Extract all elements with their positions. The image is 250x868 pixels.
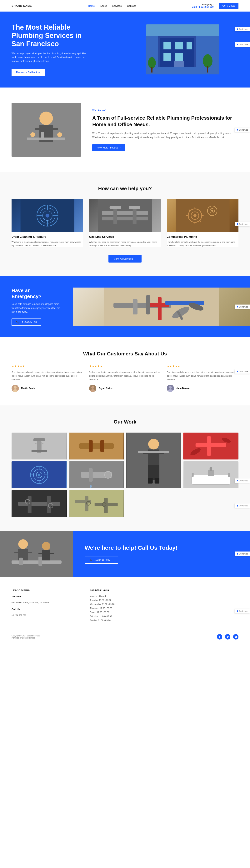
- svg-rect-8: [174, 61, 184, 67]
- instagram-icon[interactable]: [233, 634, 239, 640]
- svg-rect-20: [41, 132, 44, 141]
- twitter-icon[interactable]: [225, 634, 230, 640]
- svg-point-69: [169, 386, 172, 389]
- nav-right: Emergency? Call: +1 234 567 890 Get a Qu…: [192, 3, 239, 9]
- hero-building-image: [146, 24, 219, 74]
- footer-customize-badge[interactable]: Customize: [235, 609, 250, 613]
- work-heading: Our Work: [11, 419, 239, 425]
- emergency-customize-badge[interactable]: Customize: [235, 305, 250, 309]
- svg-rect-19: [27, 137, 65, 141]
- work-grid: [11, 433, 239, 517]
- svg-rect-89: [155, 478, 159, 484]
- know-more-button[interactable]: Know More About Us →: [92, 144, 125, 151]
- work-dot: [237, 480, 238, 482]
- work-image-8: [11, 490, 67, 517]
- svg-point-66: [91, 386, 94, 389]
- svg-point-21: [30, 132, 35, 137]
- hero-customize-badge-2[interactable]: Customize: [235, 42, 250, 47]
- svg-rect-17: [35, 128, 40, 130]
- svg-rect-139: [38, 557, 42, 566]
- svg-rect-7: [175, 53, 183, 61]
- svg-point-42: [193, 214, 196, 217]
- service-card-commercial: Commercial Plumbing From hotels to schoo…: [167, 199, 239, 247]
- cta-call-button[interactable]: 📞 +1 234 567 890 →: [85, 556, 118, 564]
- reviewer-1: Martin Foster: [11, 385, 83, 392]
- testimonial-text-2: Sed ut perspiciatis unde omnis iste natu…: [89, 370, 161, 381]
- nav-links: Home About Services Contact: [88, 4, 135, 7]
- testimonial-card-1: ★★★★★ Sed ut perspiciatis unde omnis ist…: [11, 365, 83, 392]
- svg-rect-137: [11, 560, 62, 564]
- footer-hours-list: Monday - Closed Tuesday: 11:00 - 09:00 W…: [90, 594, 160, 622]
- svg-rect-34: [102, 217, 148, 220]
- emergency-call-button[interactable]: 📞 +1 234 567 890: [11, 318, 41, 326]
- nav-services[interactable]: Services: [112, 4, 122, 7]
- svg-point-11: [203, 54, 213, 68]
- testimonial-text-3: Sed ut perspiciatis unde omnis iste natu…: [167, 370, 239, 381]
- svg-rect-88: [148, 478, 153, 484]
- work-dot-2: [237, 505, 238, 506]
- work-customize-badge[interactable]: Customize: [235, 478, 250, 483]
- get-quote-button[interactable]: Get a Quote: [219, 3, 239, 9]
- emergency-section: Have an Emergency? Need help with gas le…: [0, 276, 250, 337]
- svg-rect-54: [133, 299, 137, 314]
- nav-about[interactable]: About: [100, 4, 107, 7]
- service-title-drain: Drain Cleaning & Repairs: [11, 235, 83, 238]
- who-customize-badge[interactable]: Customize: [235, 127, 250, 132]
- hero-customize-badge[interactable]: Customize: [235, 27, 250, 31]
- cta-customize-badge[interactable]: Customize: [235, 552, 250, 556]
- footer-brand-name: Brand Name: [11, 589, 82, 592]
- avatar-3: [167, 385, 174, 392]
- emergency-image: [73, 287, 250, 326]
- footer-empty-col: [168, 589, 239, 622]
- svg-rect-58: [165, 301, 204, 305]
- service-desc-drain: Whether it is cleaning a clogged drain o…: [11, 240, 83, 247]
- hero-heading: The Most Reliable Plumbing Services in S…: [11, 23, 89, 48]
- svg-rect-138: [19, 558, 23, 565]
- svg-rect-56: [158, 297, 161, 320]
- svg-rect-32: [98, 199, 152, 232]
- customize-dot: [237, 28, 238, 30]
- svg-point-27: [45, 214, 50, 218]
- svg-rect-114: [210, 467, 212, 471]
- nav-home[interactable]: Home: [88, 4, 95, 7]
- svg-rect-111: [191, 473, 193, 477]
- svg-rect-80: [100, 440, 104, 452]
- svg-rect-75: [35, 443, 36, 444]
- stars-1: ★★★★★: [11, 365, 83, 368]
- brand-logo: BRAND NAME: [11, 4, 32, 7]
- navbar: BRAND NAME Home About Services Contact E…: [0, 0, 250, 11]
- testimonial-card-3: ★★★★★ Sed ut perspiciatis unde omnis ist…: [167, 365, 239, 392]
- reviewer-name-1: Martin Foster: [21, 387, 36, 390]
- work-customize-badge-2[interactable]: Customize: [235, 503, 250, 508]
- work-image-1: [11, 433, 67, 460]
- reviewer-3: Jane Dawser: [167, 385, 239, 392]
- work-image-3: [126, 433, 181, 488]
- reviewer-2: Bryan Cirius: [89, 385, 161, 392]
- building-placeholder: [146, 24, 219, 74]
- svg-rect-135: [38, 553, 42, 554]
- view-all-wrap: View All Services →: [11, 255, 239, 262]
- service-desc-commercial: From hotels to schools, we have the nece…: [167, 240, 239, 247]
- svg-rect-55: [146, 295, 150, 314]
- svg-point-108: [90, 485, 92, 488]
- svg-rect-35: [114, 207, 117, 224]
- who-label: Who Are We?: [92, 108, 239, 113]
- cta-image: [0, 531, 73, 577]
- nav-contact[interactable]: Contact: [127, 4, 135, 7]
- svg-rect-76: [42, 443, 43, 444]
- cta-heading: We're here to help! Call Us Today!: [85, 544, 239, 551]
- view-all-button[interactable]: View All Services →: [108, 255, 142, 262]
- help-customize-badge[interactable]: Customize: [235, 222, 250, 226]
- work-image-6: [69, 461, 124, 488]
- facebook-icon[interactable]: [217, 634, 222, 640]
- who-section: Who Are We? A Team of Full-service Relia…: [0, 88, 250, 172]
- testimonial-card-2: ★★★★★ Sed ut perspiciatis unde omnis ist…: [89, 365, 161, 392]
- work-image-7: [183, 461, 239, 488]
- who-heading: A Team of Full-service Reliable Plumbing…: [92, 115, 239, 128]
- hero-cta-button[interactable]: Request a Callback →: [11, 69, 45, 76]
- svg-rect-12: [207, 66, 208, 72]
- service-card-gas: Gas Line Services Whether you need an em…: [89, 199, 161, 247]
- testimonials-customize-badge[interactable]: Customize: [235, 369, 250, 374]
- footer-bottom: Copyright © 2024 Local Business Powered …: [11, 630, 239, 640]
- svg-rect-78: [79, 443, 114, 449]
